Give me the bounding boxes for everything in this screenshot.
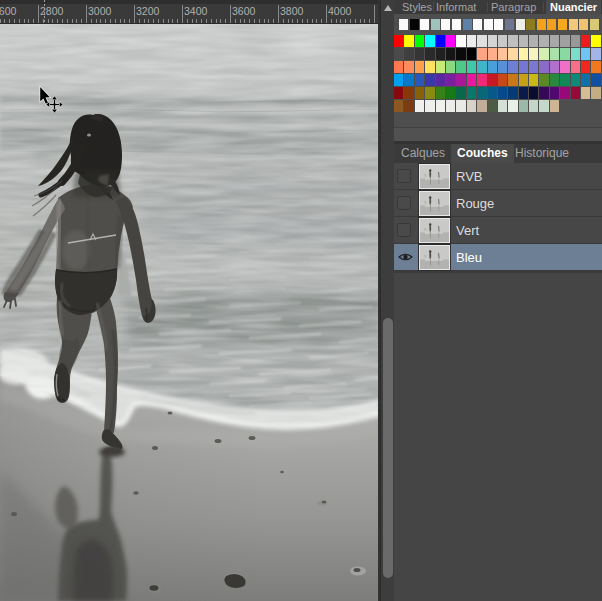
svg-text:4000: 4000 <box>328 5 352 17</box>
svg-text:2800: 2800 <box>40 5 64 17</box>
svg-text:3400: 3400 <box>184 5 208 17</box>
svg-text:3800: 3800 <box>280 5 304 17</box>
svg-text:3200: 3200 <box>136 5 160 17</box>
svg-text:3600: 3600 <box>232 5 256 17</box>
svg-text:2600: 2600 <box>0 5 17 17</box>
svg-text:3000: 3000 <box>88 5 112 17</box>
